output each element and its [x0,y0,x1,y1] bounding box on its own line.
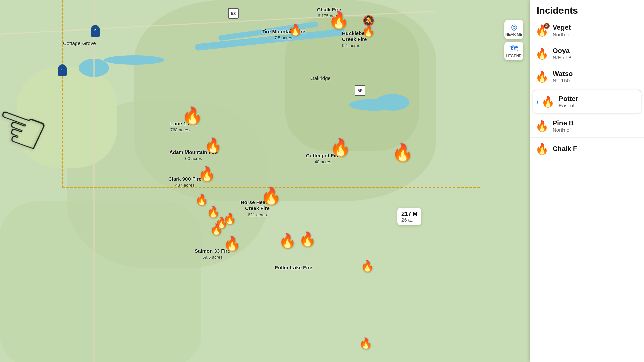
incident-item-pine-b[interactable]: 🔥 Pine B North of [530,115,644,138]
interstate-5-north: 5 [91,25,100,37]
fuller-cluster-2[interactable]: 🔥 [299,232,316,246]
potter-info: Potter East of [559,95,578,108]
reservoir-2 [376,94,409,111]
adam-mountain-icon: 🔥 [204,138,222,153]
legend-icon: 🗺 [510,44,518,53]
fire-cluster-5[interactable]: 🔥 [210,224,223,235]
lane1-icon: 🔥 [182,107,203,124]
near-me-icon: ◎ [511,23,517,32]
clark900-pin[interactable]: 🔥 [198,167,215,181]
potter-distance-value: 217 M [401,210,417,217]
county-border-v [62,0,63,188]
lane1-pin[interactable]: 🔥 [182,107,203,124]
incident-item-veget[interactable]: 🔥 🔕 Veget North of [530,19,644,42]
road-i5 [93,0,95,362]
huckleberry-flame-icon: 🔥 [362,25,375,36]
interstate-5-south: 5 [58,64,67,76]
fire-bottom-2[interactable]: 🔥 [359,338,372,349]
fire-cluster-2[interactable]: 🔥 [207,206,220,217]
watson-location: NF-150 [553,78,573,83]
terrain-patch [17,67,117,168]
chalk-r-info: Chalk F [553,145,577,153]
tire-mountain-icon: 🔥 [288,24,302,35]
water-body [104,55,164,65]
fire-cluster-4[interactable]: 🔥 [223,213,236,224]
pine-b-fire-icon: 🔥 [535,120,549,132]
fuller-cluster-1[interactable]: 🔥 [279,234,296,248]
fire-cluster-icon-5: 🔥 [210,224,223,235]
ooya-name: Ooya [553,47,572,55]
salmon33-pin[interactable]: 🔥 [223,237,241,251]
potter-name: Potter [559,95,578,103]
incident-item-watson[interactable]: 🔥 Watso NF-150 [530,65,644,88]
horse-heaven-pin[interactable]: 🔥 [261,188,281,204]
chalk-r-name: Chalk F [553,145,577,153]
incidents-sidebar: Incidents 🔥 🔕 Veget North of 🔥 Ooya N/E … [530,0,644,362]
potter-fire-icon: 🔥 [541,95,555,108]
near-me-button[interactable]: ◎ NEAR ME [504,20,523,39]
fire-cluster-icon-1: 🔥 [195,194,208,205]
pine-b-location: North of [553,127,574,133]
adam-mountain-pin[interactable]: 🔥 [204,138,222,153]
veget-fire-icon: 🔥 🔕 [535,24,549,37]
fuller-cluster-icon-1: 🔥 [279,234,296,248]
watson-fire-icon: 🔥 [535,70,549,83]
veget-name: Veget [553,24,571,32]
clark900-label[interactable]: Clark 900 Fire 437 acres [168,176,201,188]
fuller-lake-label[interactable]: Fuller Lake Fire [275,265,312,271]
potter-chevron-left: › [536,98,539,106]
potter-distance-badge: 217 M 26 a... [397,208,421,225]
fuller-cluster-icon-2: 🔥 [299,232,316,246]
fire-cluster-1[interactable]: 🔥 [195,194,208,205]
ooya-fire-icon: 🔥 [535,47,549,60]
incident-list: 🔥 🔕 Veget North of 🔥 Ooya N/E of B 🔥 [530,19,644,361]
salmon33-icon: 🔥 [223,237,241,251]
fire-bottom-icon-2: 🔥 [359,338,372,349]
veget-location: North of [553,32,571,37]
huckleberry-icon: 🔕 [363,16,374,25]
clark900-icon: 🔥 [198,167,215,181]
fire-extra-right-icon: 🔥 [392,144,413,161]
fire-extra-right[interactable]: 🔥 [392,144,413,161]
legend-button[interactable]: 🗺 LEGEND [504,42,523,60]
city-oakridge: Oakridge [310,75,331,81]
map-controls: ◎ NEAR ME 🗺 LEGEND [504,20,523,60]
pine-b-name: Pine B [553,119,574,127]
incident-item-potter[interactable]: › 🔥 Potter East of [533,90,641,113]
fire-bottom-1[interactable]: 🔥 [361,261,374,272]
route-58-east: 58 [355,85,365,96]
watson-info: Watso NF-150 [553,70,573,83]
ooya-location: N/E of B [553,55,572,60]
city-cottage-grove: Cottage Grove [63,40,96,46]
county-border-h2 [312,187,480,188]
chalk-r-fire-icon: 🔥 [535,142,549,155]
fire-cluster-icon-4: 🔥 [223,213,236,224]
sidebar-title: Incidents [530,0,644,19]
chalk-fire-icon: 🔥 [328,12,349,28]
tire-mountain-pin[interactable]: 🔥 [288,24,302,35]
coffeepot-icon: 🔥 [330,139,351,156]
huckleberry-pin[interactable]: 🔕 🔥 [362,16,375,36]
coffeepot-pin[interactable]: 🔥 [330,139,351,156]
fire-cluster-icon-2: 🔥 [207,206,220,217]
incident-item-chalk-r[interactable]: 🔥 Chalk F [530,138,644,160]
veget-info: Veget North of [553,24,571,37]
ooya-info: Ooya N/E of B [553,47,572,60]
terrain-patch [0,201,201,362]
potter-distance-sub: 26 a... [401,217,417,223]
horse-heaven-icon: 🔥 [261,188,281,204]
route-58-west: 58 [228,8,239,19]
incident-item-ooya[interactable]: 🔥 Ooya N/E of B [530,42,644,65]
watson-name: Watso [553,70,573,78]
potter-location: East of [559,103,578,108]
pine-b-info: Pine B North of [553,119,574,133]
fire-chalk-pin[interactable]: 🔥 [328,12,349,28]
fire-bottom-icon-1: 🔥 [361,261,374,272]
